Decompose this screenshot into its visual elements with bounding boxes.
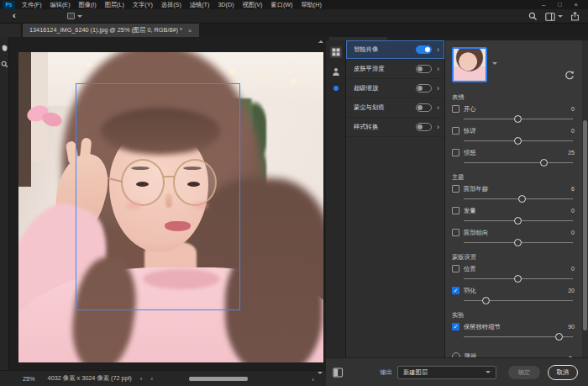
scroll-up-icon[interactable] xyxy=(318,40,323,43)
slider-track[interactable] xyxy=(464,238,573,249)
slider-track[interactable] xyxy=(464,296,573,307)
slider-thumb[interactable] xyxy=(482,297,490,304)
slider-thumb[interactable] xyxy=(514,275,522,283)
document-canvas[interactable] xyxy=(9,37,326,370)
menu-item[interactable]: 帮助(H) xyxy=(297,0,325,9)
filter-row[interactable]: 皮肤平滑度 › xyxy=(346,60,444,79)
filter-toggle[interactable] xyxy=(416,84,432,93)
slider-track[interactable] xyxy=(464,114,573,125)
menu-item[interactable]: 窗口(W) xyxy=(267,0,297,9)
slider-track[interactable] xyxy=(464,332,573,343)
filter-toggle[interactable] xyxy=(416,65,432,73)
search-icon[interactable] xyxy=(528,12,538,21)
menu-item[interactable]: 视图(V) xyxy=(239,0,267,9)
chevron-down-icon xyxy=(77,15,82,18)
filter-row[interactable]: 智能肖像 › xyxy=(346,40,444,60)
slider-row: 面部年龄 6 xyxy=(452,183,575,205)
slider-thumb[interactable] xyxy=(555,333,563,341)
menu-item[interactable]: 图像(I) xyxy=(75,0,101,9)
slider-thumb[interactable] xyxy=(518,195,526,203)
slider-checkbox[interactable] xyxy=(452,127,459,135)
status-prev-icon[interactable]: ‹ xyxy=(150,375,153,383)
zoom-level[interactable]: 25% xyxy=(23,375,35,383)
slider-track[interactable] xyxy=(464,216,573,227)
chevron-right-icon[interactable]: › xyxy=(437,123,439,131)
face-selection-box[interactable] xyxy=(76,83,240,310)
portrait-category-icon[interactable] xyxy=(332,67,340,77)
slider-value: 0 xyxy=(571,230,575,235)
menu-item[interactable]: 文字(Y) xyxy=(129,0,157,9)
panel-bottom-bar: 输出 新建图层 确定 取消 xyxy=(326,357,588,386)
scroll-right-icon[interactable]: › xyxy=(312,376,314,383)
slider-label: 保留独特细节 xyxy=(464,323,501,331)
menu-item[interactable]: 文件(F) xyxy=(18,0,46,9)
preview-mode-tool[interactable] xyxy=(67,13,82,19)
slider-checkbox[interactable]: ✓ xyxy=(452,287,459,294)
slider-track[interactable] xyxy=(464,274,573,285)
all-filters-category[interactable] xyxy=(330,46,342,58)
slider-thumb[interactable] xyxy=(514,217,522,225)
menu-item[interactable]: 图层(L) xyxy=(101,0,129,9)
tab-close-icon[interactable]: × xyxy=(188,27,192,34)
back-chevron-icon[interactable]: ‹ xyxy=(13,10,16,20)
slider-checkbox[interactable] xyxy=(452,185,459,193)
scroll-down-icon[interactable] xyxy=(318,372,323,374)
preview-compare-icon[interactable] xyxy=(333,367,344,378)
slider-checkbox[interactable] xyxy=(452,105,459,113)
preview-tool-icon xyxy=(67,13,75,19)
filter-row[interactable]: 样式转换 › xyxy=(346,118,444,137)
slider-thumb[interactable] xyxy=(514,239,522,246)
settings-scrollbar[interactable] xyxy=(582,40,588,357)
filter-toggle[interactable] xyxy=(416,45,432,54)
slider-checkbox[interactable] xyxy=(452,149,459,156)
slider-thumb[interactable] xyxy=(540,159,548,167)
options-bar: ‹ xyxy=(0,9,588,24)
filter-toggle[interactable] xyxy=(416,103,432,112)
slider-track[interactable] xyxy=(464,194,573,205)
minimize-button[interactable]: – xyxy=(542,1,545,8)
collapsed-row[interactable]: 降噪 xyxy=(452,348,575,357)
ok-button[interactable]: 确定 xyxy=(508,366,540,379)
document-tab[interactable]: 13416124_IMG_6240 (1).jpg @ 25% (图层 0, R… xyxy=(23,24,199,37)
hand-tool-icon[interactable] xyxy=(1,44,8,52)
menu-item[interactable]: 3D(D) xyxy=(213,0,238,9)
status-next-icon[interactable]: › xyxy=(140,375,143,383)
smart-portrait-settings: 表情 开心 0 惊讶 0 愤怒 25 主题 xyxy=(445,40,582,357)
chevron-right-icon[interactable]: › xyxy=(437,65,439,73)
slider-track[interactable] xyxy=(464,136,573,147)
menu-item[interactable]: 滤镜(T) xyxy=(186,0,214,9)
share-icon[interactable] xyxy=(570,12,580,21)
slider-thumb[interactable] xyxy=(514,115,522,123)
slider-track[interactable] xyxy=(464,158,573,169)
chevron-right-icon[interactable]: › xyxy=(437,103,439,112)
filter-toggle[interactable] xyxy=(416,123,432,131)
slider-checkbox[interactable]: ✓ xyxy=(452,323,459,330)
zoom-tool-icon[interactable] xyxy=(1,61,8,68)
chevron-down-icon[interactable] xyxy=(492,62,497,65)
layout-icon xyxy=(545,13,555,21)
horizontal-scrollbar-thumb[interactable] xyxy=(189,377,248,381)
output-dropdown[interactable]: 新建图层 xyxy=(397,366,496,379)
toggle-knob xyxy=(417,66,423,71)
cancel-button[interactable]: 取消 xyxy=(548,365,578,380)
maximize-button[interactable]: □ xyxy=(558,1,562,8)
photo-image[interactable] xyxy=(18,52,323,362)
beta-filters-dot-icon[interactable] xyxy=(333,86,339,91)
workspace-layout-control[interactable] xyxy=(545,13,563,21)
chevron-right-icon[interactable]: › xyxy=(437,84,439,93)
menu-item[interactable]: 选择(S) xyxy=(157,0,186,9)
close-button[interactable]: × xyxy=(575,1,578,8)
reset-icon[interactable] xyxy=(564,71,575,81)
filter-row[interactable]: 超级缩放 › xyxy=(346,79,444,98)
slider-checkbox[interactable] xyxy=(452,229,459,236)
slider-row: ✓ 羽化 20 xyxy=(452,285,575,307)
slider-checkbox[interactable] xyxy=(452,265,459,272)
scrollbar-thumb[interactable] xyxy=(583,120,587,330)
section-header: 实验 xyxy=(452,311,575,321)
chevron-right-icon[interactable]: › xyxy=(437,45,439,54)
slider-thumb[interactable] xyxy=(514,137,522,145)
menu-item[interactable]: 编辑(E) xyxy=(46,0,75,9)
filter-row[interactable]: 蒙尘与划痕 › xyxy=(346,98,444,118)
slider-checkbox[interactable] xyxy=(452,207,459,214)
face-thumbnail[interactable] xyxy=(452,47,487,82)
